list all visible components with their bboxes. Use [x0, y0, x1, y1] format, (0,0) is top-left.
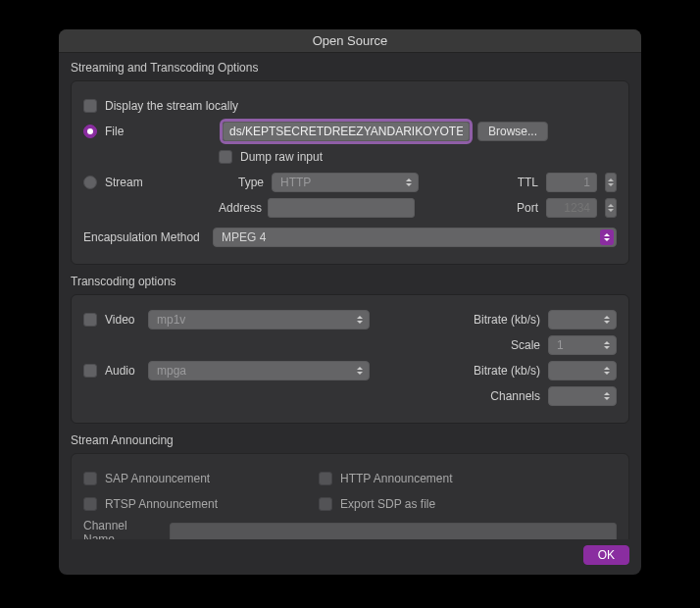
file-label: File	[105, 125, 215, 138]
port-label: Port	[509, 201, 538, 215]
dump-raw-label: Dump raw input	[240, 150, 323, 164]
encapsulation-select[interactable]: MPEG 4	[213, 228, 617, 247]
type-value: HTTP	[280, 176, 311, 189]
section-legend: Streaming and Transcoding Options	[71, 61, 629, 80]
stream-label: Stream	[105, 176, 215, 189]
dialog-footer: OK	[59, 539, 641, 575]
file-path-input[interactable]	[223, 122, 470, 141]
video-bitrate-select[interactable]	[548, 310, 617, 329]
video-checkbox[interactable]	[83, 313, 97, 327]
display-locally-checkbox[interactable]	[83, 99, 97, 113]
chevron-updown-icon	[402, 175, 416, 190]
section-panel: SAP Announcement HTTP Announcement RTSP …	[71, 453, 629, 539]
dump-raw-checkbox[interactable]	[219, 150, 232, 164]
video-label: Video	[105, 313, 140, 327]
dialog-content: Streaming and Transcoding Options Displa…	[59, 53, 641, 539]
rtsp-checkbox[interactable]	[83, 497, 97, 511]
encapsulation-label: Encapsulation Method	[83, 230, 205, 244]
export-sdp-label: Export SDP as file	[340, 497, 435, 511]
port-stepper[interactable]	[605, 198, 617, 218]
video-codec-value: mp1v	[157, 313, 185, 327]
channel-name-label: Channel Name	[83, 519, 162, 539]
display-locally-label: Display the stream locally	[105, 99, 238, 113]
chevron-updown-icon	[600, 312, 614, 328]
transcoding-options-section: Transcoding options Video mp1v Bitrate (…	[71, 275, 629, 424]
ttl-label: TTL	[509, 176, 538, 189]
titlebar[interactable]: Open Source	[59, 29, 641, 53]
chevron-updown-icon	[600, 337, 614, 353]
audio-bitrate-select[interactable]	[548, 361, 617, 380]
audio-bitrate-label: Bitrate (kb/s)	[462, 364, 540, 378]
dialog-window: Open Source Streaming and Transcoding Op…	[59, 29, 641, 575]
rtsp-label: RTSP Announcement	[105, 497, 311, 511]
type-label: Type	[223, 176, 264, 189]
chevron-updown-icon	[353, 363, 367, 379]
section-legend: Stream Announcing	[71, 433, 629, 453]
stream-announcing-section: Stream Announcing SAP Announcement HTTP …	[71, 433, 629, 539]
chevron-updown-icon	[353, 312, 367, 328]
streaming-transcoding-section: Streaming and Transcoding Options Displa…	[71, 61, 629, 265]
http-ann-label: HTTP Announcement	[340, 472, 453, 485]
audio-checkbox[interactable]	[83, 364, 97, 378]
port-input[interactable]	[546, 198, 597, 218]
encapsulation-value: MPEG 4	[222, 230, 266, 244]
channels-label: Channels	[462, 389, 540, 403]
ok-button[interactable]: OK	[583, 545, 629, 565]
video-bitrate-label: Bitrate (kb/s)	[462, 313, 540, 327]
audio-codec-select[interactable]: mpga	[148, 361, 370, 380]
audio-label: Audio	[105, 364, 140, 378]
sap-label: SAP Announcement	[105, 472, 311, 485]
channel-name-input[interactable]	[170, 523, 617, 539]
section-panel: Video mp1v Bitrate (kb/s) Scale	[71, 294, 629, 424]
section-legend: Transcoding options	[71, 275, 629, 294]
sap-checkbox[interactable]	[83, 472, 97, 485]
video-codec-select[interactable]: mp1v	[148, 310, 370, 329]
stream-radio[interactable]	[83, 176, 97, 189]
scale-label: Scale	[462, 338, 540, 352]
chevron-updown-icon	[600, 229, 614, 245]
channels-select[interactable]	[548, 386, 617, 406]
chevron-updown-icon	[600, 388, 614, 404]
section-panel: Display the stream locally File Browse..…	[71, 80, 629, 265]
browse-button[interactable]: Browse...	[477, 122, 548, 141]
scale-value: 1	[557, 338, 564, 352]
address-input[interactable]	[268, 198, 415, 218]
scale-select[interactable]: 1	[548, 335, 617, 355]
audio-codec-value: mpga	[157, 364, 186, 378]
chevron-updown-icon	[600, 363, 614, 379]
address-label: Address	[219, 201, 260, 215]
window-title: Open Source	[313, 33, 388, 48]
ttl-input[interactable]	[546, 173, 597, 192]
export-sdp-checkbox[interactable]	[319, 497, 332, 511]
http-ann-checkbox[interactable]	[319, 472, 332, 485]
ttl-stepper[interactable]	[605, 173, 617, 192]
file-radio[interactable]	[83, 125, 97, 138]
type-select[interactable]: HTTP	[272, 173, 419, 192]
